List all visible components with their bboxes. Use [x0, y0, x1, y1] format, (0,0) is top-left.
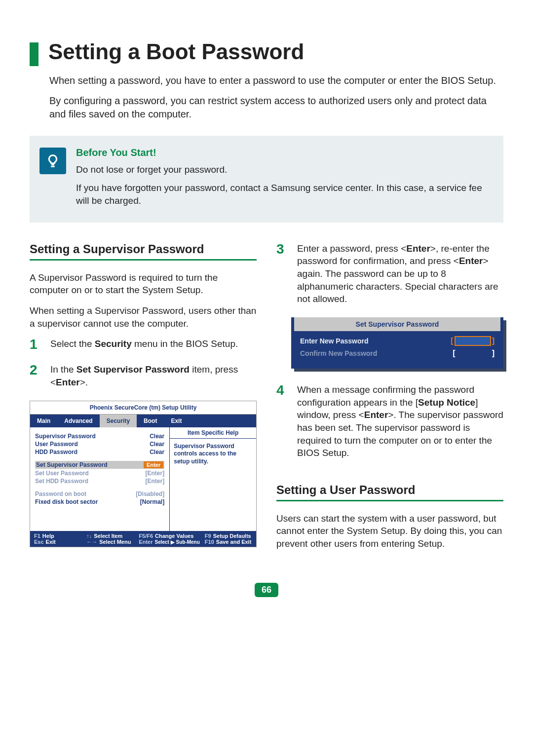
label: Confirm New Password [300, 349, 377, 357]
bold: Enter [406, 243, 430, 254]
bold: Enter [459, 256, 483, 266]
step-number-2: 2 [30, 363, 41, 388]
step-1-body: Select the Security menu in the BIOS Set… [50, 338, 238, 351]
bios-tab-security: Security [100, 415, 137, 427]
step-4-body: When a message confirming the password c… [297, 383, 503, 459]
step-number-1: 1 [30, 338, 41, 351]
heading-marker [30, 42, 38, 66]
lightbulb-icon [39, 148, 66, 174]
bold: Enter [364, 410, 388, 420]
supervisor-para-2: When setting a Supervisor Password, user… [30, 304, 257, 330]
password-input [455, 336, 491, 346]
heading-rule [30, 259, 257, 261]
heading-rule [276, 500, 503, 501]
value: [Normal] [140, 498, 164, 505]
content-columns: Setting a Supervisor Password A Supervis… [30, 242, 503, 558]
key: ←→ [86, 539, 97, 545]
label: HDD Password [35, 449, 77, 455]
password-field: [ ] [453, 349, 495, 358]
spacer [276, 471, 503, 483]
password-dialog-title: Set Supervisor Password [294, 317, 500, 331]
tip-heading: Before You Start! [76, 146, 494, 159]
action: Change Values [155, 533, 193, 539]
bios-row: Supervisor PasswordClear [35, 432, 164, 440]
value-chip: Enter [144, 461, 163, 468]
intro-paragraph-2: By configuring a password, you can restr… [49, 94, 503, 121]
bios-left-pane: Supervisor PasswordClear User PasswordCl… [30, 427, 170, 531]
page-number-row: 66 [30, 583, 503, 597]
left-column: Setting a Supervisor Password A Supervis… [30, 242, 257, 558]
confirm-new-password-row: Confirm New Password [ ] [300, 349, 495, 358]
bold: Set Supervisor Password [76, 364, 190, 375]
bios-screenshot: Phoenix SecureCore (tm) Setup Utility Ma… [30, 401, 257, 547]
step-4: 4 When a message confirming the password… [276, 383, 503, 459]
supervisor-heading: Setting a Supervisor Password [30, 242, 257, 256]
label: Password on boot [35, 491, 86, 497]
key: F1 [34, 533, 40, 539]
text: In the [50, 364, 76, 375]
value: Clear [150, 449, 164, 455]
bracket-icon: [ [451, 337, 453, 345]
bios-footer: F1Help EscExit ↑↓Select Item ←→Select Me… [30, 531, 256, 547]
footer-col: F1Help EscExit [34, 533, 81, 545]
bios-body: Supervisor PasswordClear User PasswordCl… [30, 427, 256, 531]
bold: Security [95, 339, 132, 349]
bios-tabs: Main Advanced Security Boot Exit [30, 415, 256, 427]
key: Enter [139, 539, 152, 545]
footer-col: ↑↓Select Item ←→Select Menu [86, 533, 134, 545]
text: Enter a password, press < [297, 243, 406, 254]
tip-line-1: Do not lose or forget your password. [76, 163, 494, 177]
action: Help [42, 533, 54, 539]
bios-tab-boot: Boot [137, 415, 164, 427]
bracket-icon: [ [453, 349, 455, 358]
tip-box: Before You Start! Do not lose or forget … [30, 136, 503, 223]
password-input [457, 349, 491, 357]
step-3: 3 Enter a password, press <Enter>, re-en… [276, 242, 503, 305]
tip-content: Before You Start! Do not lose or forget … [76, 146, 494, 213]
bios-row: User PasswordClear [35, 440, 164, 448]
bios-row: HDD PasswordClear [35, 448, 164, 456]
label: Set Supervisor Password [36, 461, 108, 468]
enter-new-password-row: Enter New Password [ ] [300, 336, 495, 346]
password-dialog-rows: Enter New Password [ ] Confirm New Passw… [291, 336, 503, 369]
step-number-4: 4 [276, 383, 288, 459]
bios-utility-title: Phoenix SecureCore (tm) Setup Utility [30, 401, 256, 415]
step-2: 2 In the Set Supervisor Password item, p… [30, 363, 257, 388]
page-title: Setting a Boot Password [48, 39, 304, 64]
page: Setting a Boot Password When setting a p… [0, 0, 533, 617]
value: [Enter] [146, 470, 165, 477]
label: Supervisor Password [35, 433, 96, 440]
text: Select the [50, 339, 95, 349]
bios-help-pane: Item Specific Help Supervisor Password c… [170, 427, 256, 531]
action: Select Menu [99, 539, 131, 545]
bios-tab-main: Main [30, 415, 57, 427]
bracket-icon: ] [492, 349, 495, 358]
page-number: 66 [255, 583, 278, 597]
text: >. [80, 377, 88, 387]
step-number-3: 3 [276, 242, 288, 305]
label: Set User Password [35, 470, 89, 477]
key: Esc [34, 539, 44, 545]
key: F10 [205, 539, 214, 545]
right-column: 3 Enter a password, press <Enter>, re-en… [276, 242, 503, 558]
bios-tab-exit: Exit [164, 415, 189, 427]
bios-options-group: Password on boot[Disabled] Fixed disk bo… [35, 490, 164, 506]
action: Save and Exit [216, 539, 252, 545]
bold: Enter [56, 377, 80, 387]
value: [Enter] [146, 478, 165, 485]
password-field-active: [ ] [451, 336, 495, 346]
step-1: 1 Select the Security menu in the BIOS S… [30, 338, 257, 351]
key: ↑↓ [86, 533, 92, 539]
value: Clear [150, 441, 164, 448]
label: Fixed disk boot sector [35, 498, 98, 505]
tip-line-2: If you have forgotten your password, con… [76, 182, 494, 208]
user-password-para: Users can start the system with a user p… [276, 512, 503, 550]
bios-row: Fixed disk boot sector[Normal] [35, 498, 164, 506]
password-dialog: Set Supervisor Password Enter New Passwo… [291, 317, 503, 369]
bios-row: Set User Password[Enter] [35, 469, 164, 477]
value: Clear [150, 433, 164, 440]
bios-row-highlight: Set Supervisor Password Enter [35, 461, 164, 469]
action: Select Item [94, 533, 122, 539]
bios-row: Set HDD Password[Enter] [35, 477, 164, 485]
supervisor-para-1: A Supervisor Password is required to tur… [30, 271, 257, 297]
